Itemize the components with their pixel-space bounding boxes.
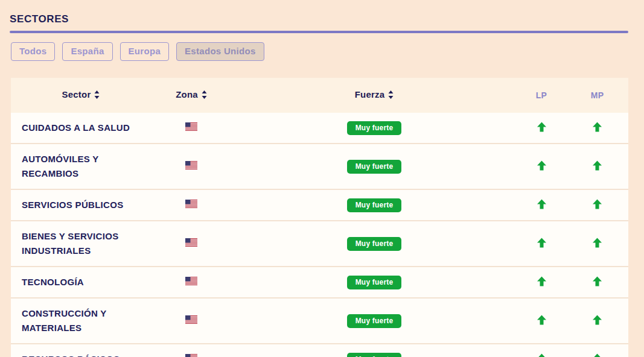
strength-badge: Muy fuerte <box>347 276 402 289</box>
fuerza-cell: Muy fuerte <box>232 189 517 221</box>
zona-cell <box>151 144 232 189</box>
zona-cell <box>151 298 232 344</box>
sector-name: CUIDADOS A LA SALUD <box>22 121 130 135</box>
zona-cell <box>151 189 232 221</box>
zone-filter-group: Todos España Europa Estados Unidos <box>11 42 628 61</box>
trend-up-arrow-icon <box>592 276 602 289</box>
mp-cell <box>566 344 628 357</box>
trend-up-arrow-icon <box>592 315 602 327</box>
trend-up-arrow-icon <box>537 238 547 250</box>
sector-name: BIENES Y SERVICIOS INDUSTRIALES <box>22 229 142 258</box>
lp-cell <box>517 189 566 221</box>
trend-up-arrow-icon <box>592 122 602 134</box>
column-header-zona-label: Zona <box>176 89 198 100</box>
trend-up-arrow-icon <box>537 160 547 173</box>
table-row[interactable]: CONSTRUCCIÓN Y MATERIALES <box>11 298 628 344</box>
fuerza-cell: Muy fuerte <box>232 113 517 144</box>
lp-cell <box>517 267 566 298</box>
table-row[interactable]: TECNOLOGÍA Muy fuerte <box>11 267 628 298</box>
filter-button-estados-unidos[interactable]: Estados Unidos <box>176 42 264 61</box>
fuerza-cell: Muy fuerte <box>232 221 517 267</box>
table-row[interactable]: BIENES Y SERVICIOS INDUSTRIALES <box>11 221 628 267</box>
column-header-fuerza[interactable]: Fuerza <box>232 78 517 113</box>
us-flag-icon <box>185 122 197 133</box>
column-header-mp: MP <box>566 78 628 113</box>
filter-button-europa[interactable]: Europa <box>120 42 169 61</box>
us-flag-icon <box>185 315 197 326</box>
strength-badge: Muy fuerte <box>347 121 402 135</box>
trend-up-arrow-icon <box>537 276 547 289</box>
column-header-sector[interactable]: Sector <box>11 78 151 113</box>
table-row[interactable]: AUTOMÓVILES Y RECAMBIOS M <box>11 144 628 189</box>
table-body: CUIDADOS A LA SALUD Muy f <box>11 113 628 357</box>
sort-icon <box>388 90 394 101</box>
sort-icon <box>94 90 100 101</box>
us-flag-icon <box>185 200 197 210</box>
lp-cell <box>517 298 566 344</box>
trend-up-arrow-icon <box>592 160 602 173</box>
sector-name: TECNOLOGÍA <box>22 275 84 289</box>
table-row[interactable]: RECURSOS BÁSICOS Muy fuer <box>11 344 628 357</box>
sector-name: CONSTRUCCIÓN Y MATERIALES <box>22 306 142 335</box>
fuerza-cell: Muy fuerte <box>232 298 517 344</box>
title-divider <box>10 31 628 33</box>
trend-up-arrow-icon <box>537 315 547 327</box>
column-header-lp: LP <box>517 78 566 113</box>
strength-badge: Muy fuerte <box>347 353 402 357</box>
fuerza-cell: Muy fuerte <box>232 267 517 298</box>
trend-up-arrow-icon <box>537 199 547 212</box>
column-header-sector-label: Sector <box>62 89 91 100</box>
filter-button-todos[interactable]: Todos <box>11 42 55 61</box>
fuerza-cell: Muy fuerte <box>232 344 517 357</box>
trend-up-arrow-icon <box>537 122 547 134</box>
filter-button-espana[interactable]: España <box>62 42 112 61</box>
mp-cell <box>566 267 628 298</box>
sector-name: RECURSOS BÁSICOS <box>22 352 120 357</box>
zona-cell <box>151 267 232 298</box>
mp-cell <box>566 144 628 189</box>
trend-up-arrow-icon <box>592 238 602 250</box>
zona-cell <box>151 113 232 144</box>
strength-badge: Muy fuerte <box>347 237 402 251</box>
us-flag-icon <box>185 238 197 249</box>
us-flag-icon <box>185 277 197 288</box>
trend-up-arrow-icon <box>592 199 602 212</box>
us-flag-icon <box>185 354 197 357</box>
mp-cell <box>566 221 628 267</box>
lp-cell <box>517 144 566 189</box>
fuerza-cell: Muy fuerte <box>232 144 517 189</box>
strength-badge: Muy fuerte <box>347 314 402 328</box>
mp-cell <box>566 189 628 221</box>
lp-cell <box>517 344 566 357</box>
sector-name: SERVICIOS PÚBLICOS <box>22 198 124 212</box>
us-flag-icon <box>185 161 197 172</box>
sectors-table: Sector Zona Fuerza LP MP CUIDADOS A LA S… <box>11 78 628 357</box>
zona-cell <box>151 344 232 357</box>
sector-name: AUTOMÓVILES Y RECAMBIOS <box>22 152 142 181</box>
table-header-row: Sector Zona Fuerza LP MP <box>11 78 628 113</box>
page-title: SECTORES <box>10 13 628 25</box>
table-row[interactable]: CUIDADOS A LA SALUD Muy f <box>11 113 628 144</box>
sort-icon <box>202 90 207 101</box>
trend-up-arrow-icon <box>592 353 602 357</box>
lp-cell <box>517 113 566 144</box>
strength-badge: Muy fuerte <box>347 160 402 174</box>
mp-cell <box>566 113 628 144</box>
zona-cell <box>151 221 232 267</box>
column-header-zona[interactable]: Zona <box>151 78 232 113</box>
sectors-page: SECTORES Todos España Europa Estados Uni… <box>0 0 644 357</box>
mp-cell <box>566 298 628 344</box>
trend-up-arrow-icon <box>537 353 547 357</box>
strength-badge: Muy fuerte <box>347 198 402 212</box>
table-row[interactable]: SERVICIOS PÚBLICOS Muy fu <box>11 189 628 221</box>
column-header-fuerza-label: Fuerza <box>355 89 385 100</box>
lp-cell <box>517 221 566 267</box>
